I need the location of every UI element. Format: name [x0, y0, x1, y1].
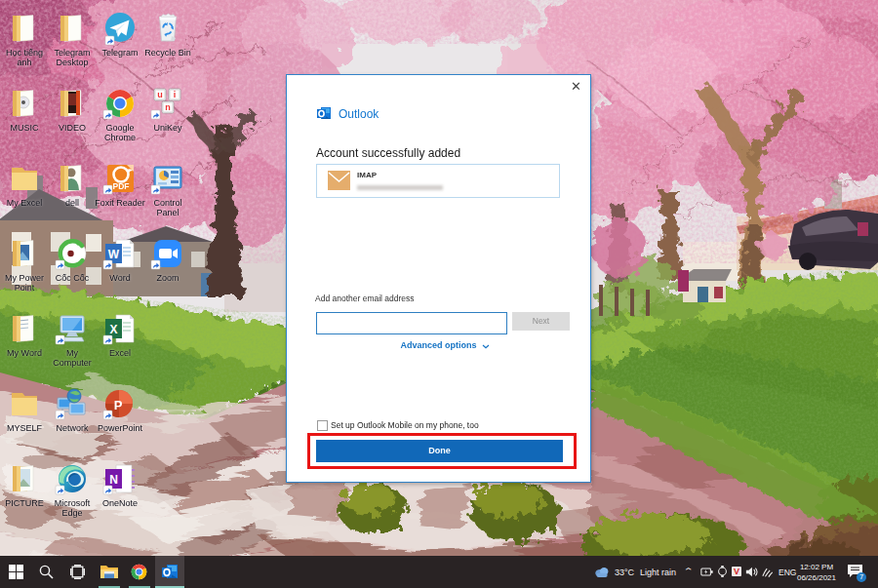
svg-text:P: P [114, 398, 123, 412]
svg-text:N: N [109, 473, 118, 487]
svg-text:PDF: PDF [113, 181, 130, 191]
svg-text:n: n [165, 102, 171, 112]
svg-text:u: u [157, 90, 163, 99]
svg-text:i: i [174, 90, 177, 99]
svg-text:X: X [109, 323, 117, 336]
svg-text:W: W [108, 248, 120, 261]
